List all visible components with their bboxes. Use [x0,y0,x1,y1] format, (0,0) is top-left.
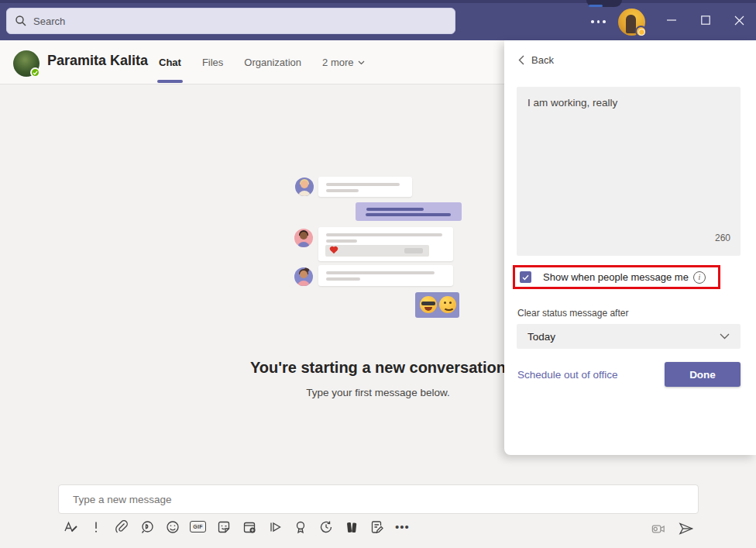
checkmark-icon [522,274,529,281]
tab-organization[interactable]: Organization [244,40,301,84]
message-input-box[interactable] [58,484,699,514]
dropdown-value: Today [527,331,555,343]
char-count: 260 [715,233,730,243]
illustration-avatar [294,229,313,247]
available-status-badge [30,67,40,78]
tab-chat[interactable]: Chat [159,40,181,84]
stream-icon[interactable] [266,519,283,535]
close-button[interactable] [723,0,754,40]
illustration-emoji-bubble [415,292,459,318]
illustration-reply [356,202,462,221]
format-icon[interactable] [62,519,78,535]
done-button[interactable]: Done [665,362,741,387]
schedule-meeting-icon[interactable] [241,519,257,535]
status-message-field[interactable]: I am working, really 260 [517,87,741,256]
tab-more[interactable]: 2 more [322,40,364,84]
teams-window: Paramita Kalita Chat Files Organization … [0,0,756,548]
info-icon[interactable]: i [693,271,706,284]
checkbox-label: Show when people message me [543,271,689,283]
smile-emoji [439,296,456,313]
chat-tabs: Chat Files Organization 2 more [159,40,365,84]
more-apps-icon[interactable]: ••• [394,519,411,535]
more-options-icon[interactable] [591,17,610,26]
maximize-button[interactable] [690,0,721,40]
apps-icon[interactable] [343,519,359,535]
minimize-button[interactable] [656,0,687,40]
tab-files[interactable]: Files [202,40,223,84]
status-message-textarea[interactable]: I am working, really [517,87,741,256]
status-message-panel: Back I am working, really 260 Show when … [504,40,756,455]
heart-emoji [331,247,337,253]
gif-icon[interactable]: GIF [190,519,206,535]
search-bar[interactable] [6,8,455,34]
titlebar [0,0,756,40]
contact-name: Paramita Kalita [47,53,148,69]
illustration-message [318,227,453,261]
cool-emoji [420,296,437,313]
decorative-accent [589,5,603,7]
illustration-message [318,177,412,197]
annotation-highlight: Show when people message me i [513,265,720,289]
attach-icon[interactable] [113,519,129,535]
back-label: Back [531,54,554,66]
search-icon [15,15,27,27]
loop-icon[interactable] [139,519,155,535]
contact-avatar[interactable] [13,50,40,77]
user-avatar[interactable] [618,9,645,36]
search-input[interactable] [33,16,447,27]
forms-icon[interactable] [369,519,385,535]
empty-conversation-illustration [287,172,465,327]
sticker-icon[interactable] [215,519,232,535]
illustration-message [318,265,453,286]
back-button[interactable]: Back [518,54,554,66]
message-input[interactable] [59,494,698,505]
send-icon[interactable] [678,520,694,536]
gif-label: GIF [190,521,206,532]
set-delivery-options-icon[interactable] [88,519,104,535]
composer-toolbar: GIF [62,519,411,535]
chevron-down-icon [358,60,365,65]
illustration-avatar [294,267,313,286]
approvals-icon[interactable] [318,519,334,535]
illustration-avatar [295,177,314,196]
clear-after-label: Clear status message after [517,308,628,319]
composer-actions [651,520,694,536]
meet-now-icon[interactable] [651,520,667,536]
schedule-out-of-office-link[interactable]: Schedule out of office [517,369,618,381]
emoji-icon[interactable] [164,519,180,535]
chevron-left-icon [518,55,524,65]
away-status-badge [635,26,647,37]
show-when-message-checkbox[interactable] [520,271,531,283]
clear-after-dropdown[interactable]: Today [517,324,741,349]
chevron-down-icon [720,333,730,339]
praise-icon[interactable] [292,519,308,535]
